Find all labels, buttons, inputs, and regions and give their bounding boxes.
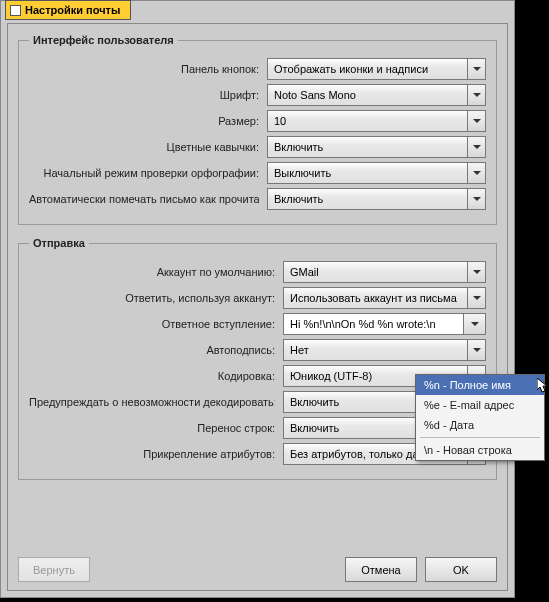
label-auto-read: Автоматически помечать письмо как прочит… <box>29 193 259 205</box>
chevron-down-icon <box>467 111 485 131</box>
chevron-down-icon <box>467 262 485 282</box>
group-user-interface: Интерфейс пользователя Панель кнопок: От… <box>18 34 497 225</box>
combo-font[interactable]: Noto Sans Mono <box>267 84 486 106</box>
reply-intro-menu-button[interactable] <box>464 313 486 335</box>
group-send-legend: Отправка <box>29 237 89 249</box>
settings-panel: Интерфейс пользователя Панель кнопок: От… <box>7 23 508 591</box>
combo-reply-acct[interactable]: Использовать аккаунт из письма <box>283 287 486 309</box>
chevron-down-icon <box>467 85 485 105</box>
combo-autosign[interactable]: Нет <box>283 339 486 361</box>
popup-item-newline[interactable]: \n - Новая строка <box>416 440 544 460</box>
chevron-down-icon <box>467 288 485 308</box>
combo-default-acct[interactable]: GMail <box>283 261 486 283</box>
label-encoding: Кодировка: <box>29 370 275 382</box>
combo-color-quotes[interactable]: Включить <box>267 136 486 158</box>
label-reply-acct: Ответить, используя акканут: <box>29 292 275 304</box>
tab-mail-settings[interactable]: Настройки почты <box>5 0 131 20</box>
settings-window: Настройки почты Интерфейс пользователя П… <box>0 0 515 598</box>
popup-item-date[interactable]: %d - Дата <box>416 415 544 435</box>
popup-item-email[interactable]: %e - E-mail адрес <box>416 395 544 415</box>
combo-spellcheck[interactable]: Выключить <box>267 162 486 184</box>
dialog-footer: Вернуть Отмена OK <box>18 557 497 582</box>
label-size: Размер: <box>29 115 259 127</box>
combo-auto-read[interactable]: Включить <box>267 188 486 210</box>
ok-button[interactable]: OK <box>425 557 497 582</box>
label-spellcheck: Начальный режим проверки орфографии: <box>29 167 259 179</box>
tab-title: Настройки почты <box>25 4 120 16</box>
combo-size[interactable]: 10 <box>267 110 486 132</box>
popup-separator <box>420 437 540 438</box>
label-line-wrap: Перенос строк: <box>29 422 275 434</box>
group-ui-legend: Интерфейс пользователя <box>29 34 178 46</box>
combo-buttons-panel[interactable]: Отображать иконки и надписи <box>267 58 486 80</box>
chevron-down-icon <box>467 163 485 183</box>
label-buttons-panel: Панель кнопок: <box>29 63 259 75</box>
chevron-down-icon <box>471 322 479 326</box>
label-font: Шрифт: <box>29 89 259 101</box>
chevron-down-icon <box>467 59 485 79</box>
cancel-button[interactable]: Отмена <box>345 557 417 582</box>
revert-button: Вернуть <box>18 557 90 582</box>
label-decode-warn: Предупреждать о невозможности декодирова… <box>29 396 275 408</box>
label-autosign: Автоподпись: <box>29 344 275 356</box>
input-reply-intro[interactable]: Hi %n!\n\nOn %d %n wrote:\n <box>283 313 464 335</box>
label-color-quotes: Цветные кавычки: <box>29 141 259 153</box>
label-reply-intro: Ответное вступление: <box>29 318 275 330</box>
reply-intro-popup: %n - Полное имя %e - E-mail адрес %d - Д… <box>415 374 545 461</box>
chevron-down-icon <box>467 189 485 209</box>
chevron-down-icon <box>467 137 485 157</box>
popup-item-fullname[interactable]: %n - Полное имя <box>416 375 544 395</box>
label-default-acct: Аккаунт по умолчанию: <box>29 266 275 278</box>
tab-icon <box>10 5 21 16</box>
label-attr-attach: Прикрепление атрибутов: <box>29 448 275 460</box>
chevron-down-icon <box>467 340 485 360</box>
